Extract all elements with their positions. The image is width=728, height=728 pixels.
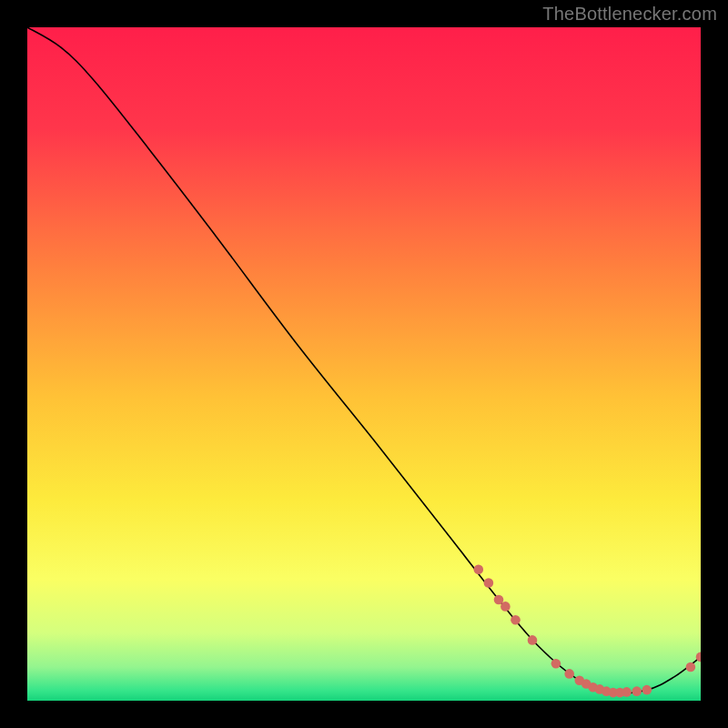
data-marker — [686, 662, 696, 672]
data-marker — [642, 685, 652, 695]
attribution-label: TheBottlenecker.com — [542, 4, 717, 25]
data-marker — [528, 635, 538, 645]
data-marker — [632, 686, 642, 696]
gradient-background — [27, 27, 701, 701]
plot-svg — [27, 27, 701, 701]
data-marker — [622, 687, 632, 697]
chart-container: TheBottlenecker.com — [0, 0, 728, 728]
data-marker — [474, 564, 484, 574]
plot-area — [27, 27, 701, 701]
data-marker — [511, 615, 521, 625]
data-marker — [500, 602, 511, 612]
data-marker — [551, 659, 561, 669]
data-marker — [484, 578, 494, 588]
data-marker — [564, 669, 574, 679]
